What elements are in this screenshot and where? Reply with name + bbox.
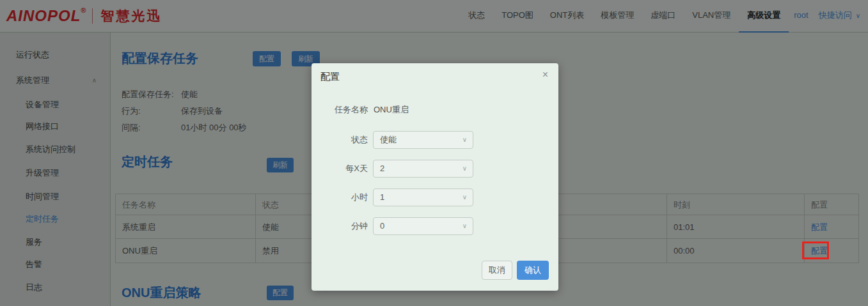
task-name-value: ONU重启 <box>374 101 409 119</box>
chevron-down-icon: ∨ <box>462 160 467 177</box>
modal-select-1[interactable]: 使能∨ <box>373 131 473 149</box>
modal-field-row-0: 任务名称ONU重启 <box>312 101 558 119</box>
modal-select-value: 1 <box>380 192 384 202</box>
chevron-down-icon: ∨ <box>462 218 467 234</box>
modal-field-row-2: 每X天2∨ <box>312 160 558 178</box>
modal-field-label: 状态 <box>312 131 368 149</box>
modal-select-4[interactable]: 0∨ <box>373 217 473 235</box>
modal-title: 配置 <box>320 71 340 83</box>
modal-select-2[interactable]: 2∨ <box>373 160 473 178</box>
modal-field-row-4: 分钟0∨ <box>312 217 558 235</box>
cancel-button[interactable]: 取消 <box>482 261 512 280</box>
modal-select-value: 2 <box>380 164 384 173</box>
chevron-down-icon: ∨ <box>462 132 467 148</box>
modal-select-value: 0 <box>380 221 384 231</box>
modal-field-label: 分钟 <box>312 217 368 235</box>
page: AINOPOL ® 智慧光迅 状态TOPO图ONT列表模板管理虚端口VLAN管理… <box>0 0 868 306</box>
modal-field-label: 小时 <box>312 188 368 206</box>
chevron-down-icon: ∨ <box>462 189 467 206</box>
close-icon[interactable]: × <box>542 70 548 80</box>
modal-select-value: 使能 <box>380 135 397 144</box>
modal-field-row-1: 状态使能∨ <box>312 131 558 149</box>
modal-field-label: 任务名称 <box>312 101 368 119</box>
config-modal: 配置 × 任务名称ONU重启状态使能∨每X天2∨小时1∨分钟0∨ 取消 确认 <box>312 63 558 291</box>
confirm-button[interactable]: 确认 <box>517 261 549 280</box>
target-highlight-box <box>802 241 829 259</box>
modal-field-label: 每X天 <box>312 160 368 178</box>
modal-field-row-3: 小时1∨ <box>312 188 558 206</box>
modal-select-3[interactable]: 1∨ <box>373 188 473 206</box>
